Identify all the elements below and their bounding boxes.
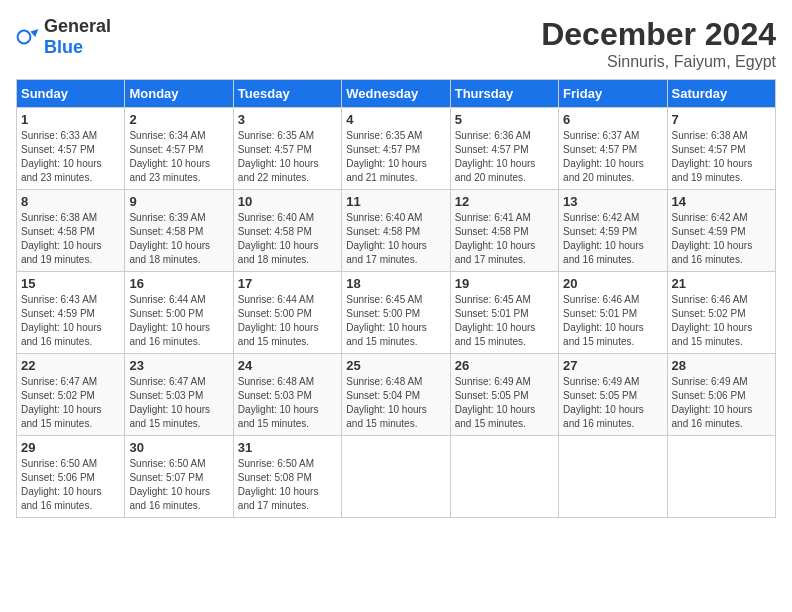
day-number: 4: [346, 112, 445, 127]
day-info: Sunrise: 6:49 AMSunset: 5:05 PMDaylight:…: [563, 375, 662, 431]
calendar-cell: [342, 436, 450, 518]
day-number: 29: [21, 440, 120, 455]
calendar-cell: 7Sunrise: 6:38 AMSunset: 4:57 PMDaylight…: [667, 108, 775, 190]
day-info: Sunrise: 6:42 AMSunset: 4:59 PMDaylight:…: [672, 211, 771, 267]
day-info: Sunrise: 6:50 AMSunset: 5:06 PMDaylight:…: [21, 457, 120, 513]
weekday-header-sunday: Sunday: [17, 80, 125, 108]
day-number: 5: [455, 112, 554, 127]
day-number: 31: [238, 440, 337, 455]
calendar-cell: 10Sunrise: 6:40 AMSunset: 4:58 PMDayligh…: [233, 190, 341, 272]
calendar-week-row: 8Sunrise: 6:38 AMSunset: 4:58 PMDaylight…: [17, 190, 776, 272]
day-number: 7: [672, 112, 771, 127]
weekday-header-monday: Monday: [125, 80, 233, 108]
calendar-week-row: 15Sunrise: 6:43 AMSunset: 4:59 PMDayligh…: [17, 272, 776, 354]
day-info: Sunrise: 6:43 AMSunset: 4:59 PMDaylight:…: [21, 293, 120, 349]
day-number: 13: [563, 194, 662, 209]
calendar-cell: 17Sunrise: 6:44 AMSunset: 5:00 PMDayligh…: [233, 272, 341, 354]
day-info: Sunrise: 6:50 AMSunset: 5:08 PMDaylight:…: [238, 457, 337, 513]
day-number: 10: [238, 194, 337, 209]
day-info: Sunrise: 6:38 AMSunset: 4:57 PMDaylight:…: [672, 129, 771, 185]
location-title: Sinnuris, Faiyum, Egypt: [541, 53, 776, 71]
calendar-cell: 11Sunrise: 6:40 AMSunset: 4:58 PMDayligh…: [342, 190, 450, 272]
calendar-cell: 19Sunrise: 6:45 AMSunset: 5:01 PMDayligh…: [450, 272, 558, 354]
day-info: Sunrise: 6:48 AMSunset: 5:04 PMDaylight:…: [346, 375, 445, 431]
day-number: 12: [455, 194, 554, 209]
calendar-cell: 9Sunrise: 6:39 AMSunset: 4:58 PMDaylight…: [125, 190, 233, 272]
calendar-cell: 27Sunrise: 6:49 AMSunset: 5:05 PMDayligh…: [559, 354, 667, 436]
day-info: Sunrise: 6:35 AMSunset: 4:57 PMDaylight:…: [238, 129, 337, 185]
day-number: 16: [129, 276, 228, 291]
day-number: 21: [672, 276, 771, 291]
day-info: Sunrise: 6:33 AMSunset: 4:57 PMDaylight:…: [21, 129, 120, 185]
day-info: Sunrise: 6:36 AMSunset: 4:57 PMDaylight:…: [455, 129, 554, 185]
svg-point-0: [18, 31, 31, 44]
day-number: 9: [129, 194, 228, 209]
calendar-week-row: 22Sunrise: 6:47 AMSunset: 5:02 PMDayligh…: [17, 354, 776, 436]
day-number: 22: [21, 358, 120, 373]
calendar-cell: [667, 436, 775, 518]
calendar-cell: 20Sunrise: 6:46 AMSunset: 5:01 PMDayligh…: [559, 272, 667, 354]
day-info: Sunrise: 6:48 AMSunset: 5:03 PMDaylight:…: [238, 375, 337, 431]
day-number: 6: [563, 112, 662, 127]
calendar-table: SundayMondayTuesdayWednesdayThursdayFrid…: [16, 79, 776, 518]
calendar-cell: 29Sunrise: 6:50 AMSunset: 5:06 PMDayligh…: [17, 436, 125, 518]
day-info: Sunrise: 6:45 AMSunset: 5:00 PMDaylight:…: [346, 293, 445, 349]
day-info: Sunrise: 6:47 AMSunset: 5:03 PMDaylight:…: [129, 375, 228, 431]
calendar-cell: 12Sunrise: 6:41 AMSunset: 4:58 PMDayligh…: [450, 190, 558, 272]
calendar-cell: 15Sunrise: 6:43 AMSunset: 4:59 PMDayligh…: [17, 272, 125, 354]
calendar-cell: 28Sunrise: 6:49 AMSunset: 5:06 PMDayligh…: [667, 354, 775, 436]
day-number: 11: [346, 194, 445, 209]
calendar-cell: 1Sunrise: 6:33 AMSunset: 4:57 PMDaylight…: [17, 108, 125, 190]
day-info: Sunrise: 6:45 AMSunset: 5:01 PMDaylight:…: [455, 293, 554, 349]
calendar-cell: 16Sunrise: 6:44 AMSunset: 5:00 PMDayligh…: [125, 272, 233, 354]
weekday-header-friday: Friday: [559, 80, 667, 108]
day-info: Sunrise: 6:44 AMSunset: 5:00 PMDaylight:…: [238, 293, 337, 349]
logo: General Blue: [16, 16, 111, 58]
weekday-header-tuesday: Tuesday: [233, 80, 341, 108]
calendar-cell: [559, 436, 667, 518]
calendar-cell: 26Sunrise: 6:49 AMSunset: 5:05 PMDayligh…: [450, 354, 558, 436]
day-number: 25: [346, 358, 445, 373]
calendar-cell: 31Sunrise: 6:50 AMSunset: 5:08 PMDayligh…: [233, 436, 341, 518]
day-number: 23: [129, 358, 228, 373]
day-info: Sunrise: 6:40 AMSunset: 4:58 PMDaylight:…: [346, 211, 445, 267]
logo-text: General Blue: [44, 16, 111, 58]
calendar-cell: 22Sunrise: 6:47 AMSunset: 5:02 PMDayligh…: [17, 354, 125, 436]
day-info: Sunrise: 6:47 AMSunset: 5:02 PMDaylight:…: [21, 375, 120, 431]
day-info: Sunrise: 6:34 AMSunset: 4:57 PMDaylight:…: [129, 129, 228, 185]
calendar-cell: 14Sunrise: 6:42 AMSunset: 4:59 PMDayligh…: [667, 190, 775, 272]
day-number: 24: [238, 358, 337, 373]
calendar-cell: 25Sunrise: 6:48 AMSunset: 5:04 PMDayligh…: [342, 354, 450, 436]
calendar-week-row: 29Sunrise: 6:50 AMSunset: 5:06 PMDayligh…: [17, 436, 776, 518]
day-number: 27: [563, 358, 662, 373]
day-number: 30: [129, 440, 228, 455]
calendar-cell: 13Sunrise: 6:42 AMSunset: 4:59 PMDayligh…: [559, 190, 667, 272]
day-info: Sunrise: 6:37 AMSunset: 4:57 PMDaylight:…: [563, 129, 662, 185]
logo-icon: [16, 25, 40, 49]
calendar-cell: 2Sunrise: 6:34 AMSunset: 4:57 PMDaylight…: [125, 108, 233, 190]
day-info: Sunrise: 6:39 AMSunset: 4:58 PMDaylight:…: [129, 211, 228, 267]
day-number: 8: [21, 194, 120, 209]
title-block: December 2024 Sinnuris, Faiyum, Egypt: [541, 16, 776, 71]
calendar-cell: 30Sunrise: 6:50 AMSunset: 5:07 PMDayligh…: [125, 436, 233, 518]
day-info: Sunrise: 6:50 AMSunset: 5:07 PMDaylight:…: [129, 457, 228, 513]
calendar-cell: 21Sunrise: 6:46 AMSunset: 5:02 PMDayligh…: [667, 272, 775, 354]
month-title: December 2024: [541, 16, 776, 53]
day-number: 15: [21, 276, 120, 291]
calendar-cell: 5Sunrise: 6:36 AMSunset: 4:57 PMDaylight…: [450, 108, 558, 190]
calendar-cell: 3Sunrise: 6:35 AMSunset: 4:57 PMDaylight…: [233, 108, 341, 190]
calendar-cell: 4Sunrise: 6:35 AMSunset: 4:57 PMDaylight…: [342, 108, 450, 190]
day-number: 1: [21, 112, 120, 127]
day-info: Sunrise: 6:41 AMSunset: 4:58 PMDaylight:…: [455, 211, 554, 267]
weekday-header-row: SundayMondayTuesdayWednesdayThursdayFrid…: [17, 80, 776, 108]
calendar-cell: 8Sunrise: 6:38 AMSunset: 4:58 PMDaylight…: [17, 190, 125, 272]
calendar-week-row: 1Sunrise: 6:33 AMSunset: 4:57 PMDaylight…: [17, 108, 776, 190]
day-number: 14: [672, 194, 771, 209]
day-info: Sunrise: 6:44 AMSunset: 5:00 PMDaylight:…: [129, 293, 228, 349]
day-info: Sunrise: 6:40 AMSunset: 4:58 PMDaylight:…: [238, 211, 337, 267]
weekday-header-saturday: Saturday: [667, 80, 775, 108]
calendar-cell: [450, 436, 558, 518]
day-info: Sunrise: 6:38 AMSunset: 4:58 PMDaylight:…: [21, 211, 120, 267]
day-number: 2: [129, 112, 228, 127]
day-number: 17: [238, 276, 337, 291]
